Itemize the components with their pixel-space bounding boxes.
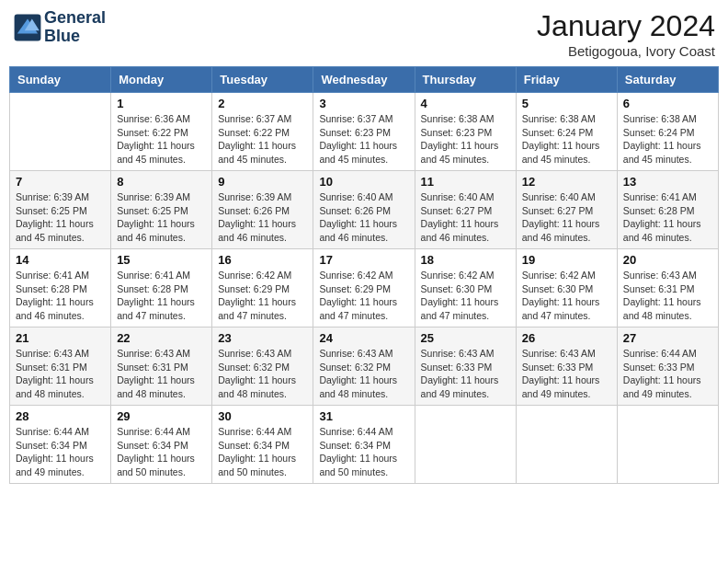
calendar-cell <box>516 406 617 484</box>
day-number: 3 <box>319 97 408 110</box>
day-number: 19 <box>522 253 611 267</box>
day-number: 8 <box>117 175 206 189</box>
cell-info: Sunrise: 6:39 AM Sunset: 6:25 PM Dayligh… <box>16 190 105 245</box>
calendar-cell: 21Sunrise: 6:43 AM Sunset: 6:31 PM Dayli… <box>10 327 111 406</box>
header-cell-thursday: Thursday <box>415 67 516 93</box>
calendar-table: SundayMondayTuesdayWednesdayThursdayFrid… <box>9 66 719 484</box>
cell-info: Sunrise: 6:39 AM Sunset: 6:26 PM Dayligh… <box>218 190 307 245</box>
day-number: 22 <box>117 331 206 345</box>
cell-info: Sunrise: 6:37 AM Sunset: 6:22 PM Dayligh… <box>218 112 307 167</box>
calendar-week-0: 1Sunrise: 6:36 AM Sunset: 6:22 PM Daylig… <box>10 93 719 171</box>
calendar-cell: 29Sunrise: 6:44 AM Sunset: 6:34 PM Dayli… <box>111 406 212 484</box>
header-cell-friday: Friday <box>516 67 617 93</box>
cell-info: Sunrise: 6:42 AM Sunset: 6:29 PM Dayligh… <box>319 269 408 323</box>
cell-info: Sunrise: 6:44 AM Sunset: 6:34 PM Dayligh… <box>319 425 408 479</box>
calendar-cell <box>617 406 718 484</box>
day-number: 4 <box>421 97 510 110</box>
cell-info: Sunrise: 6:43 AM Sunset: 6:31 PM Dayligh… <box>623 269 712 323</box>
day-number: 1 <box>117 97 206 110</box>
day-number: 20 <box>623 253 712 267</box>
day-number: 10 <box>319 175 408 189</box>
day-number: 5 <box>522 97 611 110</box>
calendar-cell: 8Sunrise: 6:39 AM Sunset: 6:25 PM Daylig… <box>111 171 212 249</box>
cell-info: Sunrise: 6:41 AM Sunset: 6:28 PM Dayligh… <box>623 190 712 245</box>
header-cell-wednesday: Wednesday <box>313 67 415 93</box>
day-number: 9 <box>218 175 307 189</box>
calendar-cell: 22Sunrise: 6:43 AM Sunset: 6:31 PM Dayli… <box>111 327 212 406</box>
calendar-cell: 13Sunrise: 6:41 AM Sunset: 6:28 PM Dayli… <box>617 171 718 249</box>
day-number: 31 <box>319 409 408 423</box>
cell-info: Sunrise: 6:44 AM Sunset: 6:34 PM Dayligh… <box>16 425 105 479</box>
day-number: 16 <box>218 253 307 267</box>
cell-info: Sunrise: 6:38 AM Sunset: 6:24 PM Dayligh… <box>623 112 712 167</box>
calendar-cell: 10Sunrise: 6:40 AM Sunset: 6:26 PM Dayli… <box>313 171 415 249</box>
cell-info: Sunrise: 6:41 AM Sunset: 6:28 PM Dayligh… <box>16 269 105 323</box>
cell-info: Sunrise: 6:43 AM Sunset: 6:32 PM Dayligh… <box>218 347 307 401</box>
calendar-cell: 11Sunrise: 6:40 AM Sunset: 6:27 PM Dayli… <box>415 171 516 249</box>
month-title: January 2024 <box>537 9 715 43</box>
cell-info: Sunrise: 6:44 AM Sunset: 6:34 PM Dayligh… <box>117 425 206 479</box>
calendar-cell: 27Sunrise: 6:44 AM Sunset: 6:33 PM Dayli… <box>617 327 718 406</box>
header-row: SundayMondayTuesdayWednesdayThursdayFrid… <box>10 67 719 93</box>
page-header: General Blue January 2024 Betigogoua, Iv… <box>9 9 719 59</box>
day-number: 15 <box>117 253 206 267</box>
calendar-cell: 25Sunrise: 6:43 AM Sunset: 6:33 PM Dayli… <box>415 327 516 406</box>
header-cell-tuesday: Tuesday <box>212 67 313 93</box>
day-number: 7 <box>16 175 105 189</box>
cell-info: Sunrise: 6:38 AM Sunset: 6:24 PM Dayligh… <box>522 112 611 167</box>
calendar-cell: 1Sunrise: 6:36 AM Sunset: 6:22 PM Daylig… <box>111 93 212 171</box>
cell-info: Sunrise: 6:40 AM Sunset: 6:26 PM Dayligh… <box>319 190 408 245</box>
calendar-cell: 3Sunrise: 6:37 AM Sunset: 6:23 PM Daylig… <box>313 93 415 171</box>
day-number: 26 <box>522 331 611 345</box>
calendar-cell: 16Sunrise: 6:42 AM Sunset: 6:29 PM Dayli… <box>212 249 313 327</box>
day-number: 17 <box>319 253 408 267</box>
day-number: 24 <box>319 331 408 345</box>
cell-info: Sunrise: 6:44 AM Sunset: 6:33 PM Dayligh… <box>623 347 712 401</box>
day-number: 13 <box>623 175 712 189</box>
cell-info: Sunrise: 6:40 AM Sunset: 6:27 PM Dayligh… <box>522 190 611 245</box>
cell-info: Sunrise: 6:42 AM Sunset: 6:30 PM Dayligh… <box>522 269 611 323</box>
header-cell-monday: Monday <box>111 67 212 93</box>
day-number: 21 <box>16 331 105 345</box>
location: Betigogoua, Ivory Coast <box>537 43 715 59</box>
calendar-week-3: 21Sunrise: 6:43 AM Sunset: 6:31 PM Dayli… <box>10 327 719 406</box>
logo-icon <box>13 13 42 42</box>
cell-info: Sunrise: 6:38 AM Sunset: 6:23 PM Dayligh… <box>421 112 510 167</box>
cell-info: Sunrise: 6:43 AM Sunset: 6:32 PM Dayligh… <box>319 347 408 401</box>
header-cell-saturday: Saturday <box>617 67 718 93</box>
day-number: 14 <box>16 253 105 267</box>
calendar-cell: 9Sunrise: 6:39 AM Sunset: 6:26 PM Daylig… <box>212 171 313 249</box>
cell-info: Sunrise: 6:43 AM Sunset: 6:33 PM Dayligh… <box>522 347 611 401</box>
calendar-cell: 7Sunrise: 6:39 AM Sunset: 6:25 PM Daylig… <box>10 171 111 249</box>
day-number: 29 <box>117 409 206 423</box>
calendar-cell: 28Sunrise: 6:44 AM Sunset: 6:34 PM Dayli… <box>10 406 111 484</box>
cell-info: Sunrise: 6:42 AM Sunset: 6:29 PM Dayligh… <box>218 269 307 323</box>
calendar-body: 1Sunrise: 6:36 AM Sunset: 6:22 PM Daylig… <box>10 93 719 484</box>
cell-info: Sunrise: 6:44 AM Sunset: 6:34 PM Dayligh… <box>218 425 307 479</box>
calendar-cell: 17Sunrise: 6:42 AM Sunset: 6:29 PM Dayli… <box>313 249 415 327</box>
title-block: January 2024 Betigogoua, Ivory Coast <box>537 9 715 59</box>
cell-info: Sunrise: 6:43 AM Sunset: 6:31 PM Dayligh… <box>16 347 105 401</box>
calendar-cell: 19Sunrise: 6:42 AM Sunset: 6:30 PM Dayli… <box>516 249 617 327</box>
day-number: 18 <box>421 253 510 267</box>
cell-info: Sunrise: 6:40 AM Sunset: 6:27 PM Dayligh… <box>421 190 510 245</box>
logo: General Blue <box>13 9 106 46</box>
day-number: 28 <box>16 409 105 423</box>
cell-info: Sunrise: 6:43 AM Sunset: 6:33 PM Dayligh… <box>421 347 510 401</box>
calendar-cell: 20Sunrise: 6:43 AM Sunset: 6:31 PM Dayli… <box>617 249 718 327</box>
day-number: 23 <box>218 331 307 345</box>
cell-info: Sunrise: 6:39 AM Sunset: 6:25 PM Dayligh… <box>117 190 206 245</box>
header-cell-sunday: Sunday <box>10 67 111 93</box>
day-number: 25 <box>421 331 510 345</box>
calendar-week-4: 28Sunrise: 6:44 AM Sunset: 6:34 PM Dayli… <box>10 406 719 484</box>
cell-info: Sunrise: 6:37 AM Sunset: 6:23 PM Dayligh… <box>319 112 408 167</box>
calendar-header: SundayMondayTuesdayWednesdayThursdayFrid… <box>10 67 719 93</box>
calendar-cell: 2Sunrise: 6:37 AM Sunset: 6:22 PM Daylig… <box>212 93 313 171</box>
calendar-cell: 30Sunrise: 6:44 AM Sunset: 6:34 PM Dayli… <box>212 406 313 484</box>
calendar-cell: 26Sunrise: 6:43 AM Sunset: 6:33 PM Dayli… <box>516 327 617 406</box>
cell-info: Sunrise: 6:43 AM Sunset: 6:31 PM Dayligh… <box>117 347 206 401</box>
calendar-cell <box>10 93 111 171</box>
calendar-cell: 6Sunrise: 6:38 AM Sunset: 6:24 PM Daylig… <box>617 93 718 171</box>
calendar-week-1: 7Sunrise: 6:39 AM Sunset: 6:25 PM Daylig… <box>10 171 719 249</box>
calendar-week-2: 14Sunrise: 6:41 AM Sunset: 6:28 PM Dayli… <box>10 249 719 327</box>
